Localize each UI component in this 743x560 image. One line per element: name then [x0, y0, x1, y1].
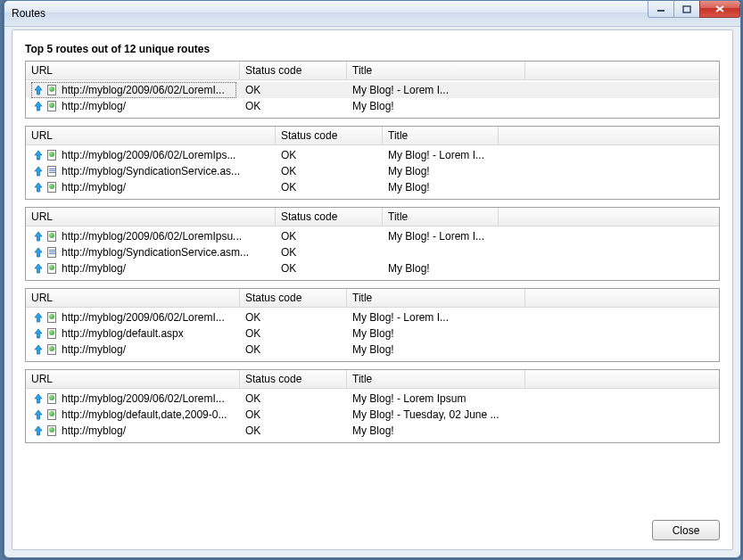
cell-status: OK: [277, 147, 384, 163]
col-header-status[interactable]: Status code: [276, 127, 383, 144]
cell-url: http://myblog/SyndicationService.asm...: [28, 244, 277, 260]
up-arrow-icon: [33, 425, 44, 436]
svg-rect-1: [683, 6, 690, 12]
html-page-icon: [46, 408, 59, 421]
cell-spacer: [500, 147, 717, 163]
col-header-url[interactable]: URL: [26, 208, 276, 226]
table-row[interactable]: http://myblog/2009/06/02/LoremI...OKMy B…: [26, 391, 719, 407]
cell-status: OK: [242, 391, 349, 407]
cell-spacer: [527, 407, 717, 423]
window: Routes Top 5 routes out of 12 unique rou…: [4, 0, 741, 558]
table-row[interactable]: http://myblog/OKMy Blog!: [26, 342, 719, 358]
close-button-label: Close: [673, 524, 700, 537]
cell-status: OK: [242, 407, 349, 423]
route-group: URLStatus codeTitlehttp://myblog/2009/06…: [25, 207, 720, 281]
col-header-url[interactable]: URL: [26, 127, 276, 144]
col-header-url[interactable]: URL: [26, 62, 240, 79]
html-page-icon: [46, 343, 59, 356]
grid-header[interactable]: URLStatus codeTitle: [26, 62, 719, 80]
cell-url: http://myblog/: [28, 98, 242, 114]
col-header-status[interactable]: Status code: [240, 289, 347, 307]
html-page-icon: [46, 84, 59, 96]
table-row[interactable]: http://myblog/OKMy Blog!: [26, 260, 719, 276]
up-arrow-icon: [33, 393, 44, 404]
table-row[interactable]: http://myblog/SyndicationService.as...OK…: [26, 163, 719, 179]
col-header-title[interactable]: Title: [347, 370, 525, 388]
url-text: http://myblog/SyndicationService.as...: [62, 165, 272, 177]
minimize-button[interactable]: [648, 1, 674, 18]
cell-title: My Blog! - Lorem I...: [349, 82, 527, 98]
maximize-button[interactable]: [673, 1, 700, 18]
cell-url: http://myblog/SyndicationService.as...: [28, 163, 277, 179]
cell-url: http://myblog/: [28, 423, 242, 439]
cell-title: My Blog!: [349, 98, 527, 114]
html-page-icon: [46, 424, 59, 437]
html-page-icon: [46, 230, 59, 243]
cell-spacer: [527, 309, 717, 325]
grid-header[interactable]: URLStatus codeTitle: [26, 289, 719, 308]
cell-url: http://myblog/2009/06/02/LoremIpsu...: [28, 228, 277, 244]
cell-title: My Blog! - Lorem I...: [384, 147, 500, 163]
col-header-status[interactable]: Status code: [240, 62, 347, 79]
col-header-title[interactable]: Title: [383, 127, 499, 144]
cell-spacer: [527, 325, 717, 342]
cell-title: My Blog!: [349, 423, 527, 439]
cell-url: http://myblog/: [28, 342, 242, 358]
html-page-icon: [46, 181, 59, 194]
cell-spacer: [500, 260, 717, 276]
footer: Close: [25, 509, 720, 540]
col-header-spacer: [499, 127, 719, 144]
url-text: http://myblog/2009/06/02/LoremIpsu...: [62, 230, 272, 243]
cell-status: OK: [242, 82, 349, 98]
cell-status: OK: [277, 163, 384, 179]
table-row[interactable]: http://myblog/2009/06/02/LoremIps...OKMy…: [26, 147, 719, 163]
cell-status: OK: [277, 260, 384, 276]
table-row[interactable]: http://myblog/2009/06/02/LoremI...OKMy B…: [26, 82, 719, 98]
cell-title: My Blog! - Lorem Ipsum: [349, 391, 527, 407]
cell-title: My Blog! - Lorem I...: [349, 309, 527, 325]
col-header-title[interactable]: Title: [347, 289, 525, 307]
table-row[interactable]: http://myblog/default.aspxOKMy Blog!: [26, 325, 719, 342]
window-controls: [648, 1, 740, 18]
close-window-button[interactable]: [699, 1, 740, 18]
up-arrow-icon: [33, 328, 44, 339]
up-arrow-icon: [33, 150, 44, 161]
cell-title: My Blog!: [384, 163, 500, 179]
route-group: URLStatus codeTitlehttp://myblog/2009/06…: [25, 288, 720, 362]
col-header-url[interactable]: URL: [26, 289, 240, 307]
col-header-status[interactable]: Status code: [240, 370, 347, 388]
col-header-status[interactable]: Status code: [276, 208, 383, 226]
cell-spacer: [500, 228, 717, 244]
cell-status: OK: [277, 228, 384, 244]
table-row[interactable]: http://myblog/default,date,2009-0...OKMy…: [26, 407, 719, 423]
cell-spacer: [500, 244, 717, 260]
grid-header[interactable]: URLStatus codeTitle: [26, 208, 719, 226]
table-row[interactable]: http://myblog/OKMy Blog!: [26, 423, 719, 439]
table-row[interactable]: http://myblog/OKMy Blog!: [26, 179, 719, 195]
url-text: http://myblog/: [62, 181, 272, 194]
cell-status: OK: [242, 342, 349, 358]
table-row[interactable]: http://myblog/OKMy Blog!: [26, 98, 719, 114]
html-page-icon: [46, 392, 59, 405]
url-text: http://myblog/2009/06/02/LoremIps...: [62, 149, 272, 161]
table-row[interactable]: http://myblog/2009/06/02/LoremI...OKMy B…: [26, 309, 719, 325]
table-row[interactable]: http://myblog/SyndicationService.asm...O…: [26, 244, 719, 260]
titlebar[interactable]: Routes: [4, 1, 740, 27]
col-header-url[interactable]: URL: [26, 370, 240, 388]
col-header-title[interactable]: Title: [347, 62, 525, 79]
close-button[interactable]: Close: [652, 520, 720, 540]
col-header-title[interactable]: Title: [383, 208, 499, 226]
url-text: http://myblog/default,date,2009-0...: [62, 408, 236, 421]
up-arrow-icon: [33, 101, 44, 111]
grid-header[interactable]: URLStatus codeTitle: [26, 370, 719, 389]
route-group: URLStatus codeTitlehttp://myblog/2009/06…: [25, 61, 720, 119]
table-row[interactable]: http://myblog/2009/06/02/LoremIpsu...OKM…: [26, 228, 719, 244]
cell-url: http://myblog/: [28, 260, 277, 276]
cell-spacer: [527, 342, 717, 358]
cell-spacer: [500, 179, 717, 195]
up-arrow-icon: [33, 231, 44, 242]
client-area: Top 5 routes out of 12 unique routes URL…: [12, 29, 733, 550]
close-icon: [714, 4, 725, 13]
grid-header[interactable]: URLStatus codeTitle: [26, 127, 719, 145]
cell-status: OK: [242, 423, 349, 439]
